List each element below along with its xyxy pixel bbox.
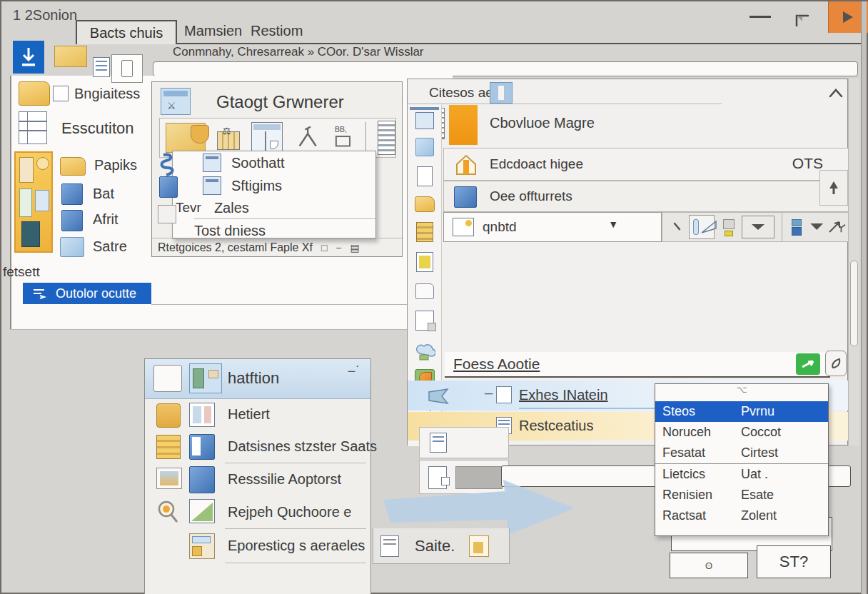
sidebar-item-satre[interactable]: Satre — [93, 238, 127, 255]
menu-item[interactable]: Fesatat Cirtest — [655, 443, 828, 463]
list-item[interactable]: Soothatt — [173, 151, 375, 174]
nav-item-label: Resssilie Aoptorst — [228, 471, 341, 488]
sidebar-item-afrit[interactable]: Afrit — [93, 211, 118, 228]
cloud-icon[interactable] — [414, 342, 435, 361]
menu-item-selected[interactable]: Steos Pvrnu — [655, 401, 828, 422]
scrollbar-thumb[interactable] — [850, 261, 858, 346]
combo-value: qnbtd — [483, 219, 517, 235]
list-item-label: Soothatt — [231, 155, 285, 171]
nav-item[interactable]: Eporesticg s aeraeles — [145, 529, 370, 563]
tab-restiom[interactable]: Restiom — [251, 23, 303, 39]
search-input[interactable]: Foess Aootie — [453, 356, 540, 373]
folder-icon[interactable] — [415, 196, 435, 212]
v-scrollbar[interactable] — [848, 79, 859, 446]
saite-label: Saite. — [415, 537, 455, 555]
tab-active[interactable]: Bacts chuis — [76, 20, 177, 44]
row-edcdoact[interactable]: Edcdoact higee OTS — [443, 148, 849, 181]
menu-item[interactable]: Ractsat Zolent — [655, 505, 828, 526]
grid-icon[interactable] — [415, 112, 434, 129]
row-oee[interactable]: Oee offturrets — [443, 181, 849, 212]
layout-icon[interactable] — [251, 122, 283, 153]
nav-item[interactable]: Resssilie Aoptorst — [145, 463, 370, 496]
tools-icon[interactable] — [294, 122, 321, 153]
folder-outline-icon[interactable] — [415, 283, 434, 299]
flask-button[interactable] — [689, 215, 715, 239]
sidebar-item-esscutiton[interactable]: Esscutiton — [61, 119, 134, 138]
pen-icon[interactable] — [672, 220, 682, 234]
stripes-icon[interactable] — [378, 121, 395, 155]
menu-cell: Lietcics — [655, 464, 734, 485]
menubar[interactable]: Conmnahy, Chresarreak » COor. D'sar Wiss… — [173, 45, 424, 59]
screen-icon[interactable] — [166, 123, 206, 153]
go-button[interactable] — [796, 353, 820, 375]
menu-table: Steos Pvrnu Noruceh Coccot Fesatat Cirte… — [655, 401, 828, 526]
combo-dropdown[interactable]: qnbtd ▼ — [443, 212, 662, 242]
collapse-dash-icon[interactable]: −˙ — [348, 363, 360, 380]
sidebar-selected-item[interactable]: Outolor ocutte — [23, 283, 151, 304]
jar-icon — [156, 403, 181, 428]
sidebar-item-bngiaitess[interactable]: Bngiaitess — [74, 86, 140, 102]
collapse-chevron-icon[interactable] — [827, 86, 844, 99]
main-panel-tab[interactable]: Citesos ae — [429, 85, 493, 101]
stp-button[interactable]: ST? — [757, 545, 831, 578]
menu-item[interactable]: Renisien Esate — [655, 485, 828, 505]
plug-icon[interactable] — [722, 218, 735, 236]
redo-arrow-icon[interactable] — [827, 219, 843, 235]
menu-item[interactable]: Lietcics Uat . — [655, 464, 828, 485]
doc-box-icon[interactable] — [415, 311, 434, 331]
note-icon[interactable] — [416, 252, 433, 272]
tab-label: Bacts chuis — [90, 25, 163, 41]
gadget-list: Soothatt Sftigims Tevr Zales Tost dniess — [172, 151, 376, 239]
big-chevron-icon[interactable] — [808, 221, 825, 233]
tab-mamsien[interactable]: Mamsien — [184, 23, 242, 39]
menu-resize-handle[interactable]: ⌥ — [655, 384, 828, 401]
page-icon[interactable] — [111, 54, 143, 83]
map-icon — [189, 363, 222, 393]
divider — [10, 329, 453, 330]
nav-header-title: hatftion — [228, 369, 279, 388]
cube-icon — [454, 186, 477, 208]
document-icon[interactable] — [417, 166, 433, 186]
nav-header[interactable]: hatftion −˙ — [145, 359, 370, 399]
sidebar-item-papiks[interactable]: Papiks — [94, 157, 137, 173]
printer-icon[interactable] — [789, 218, 801, 236]
checkbox[interactable] — [158, 205, 176, 223]
active-mini-tab[interactable] — [490, 82, 513, 104]
small-button[interactable]: ʘ — [670, 553, 748, 578]
minimize-button[interactable] — [750, 16, 771, 18]
sidebar-item-bat[interactable]: Bat — [93, 186, 114, 202]
table-icon — [19, 111, 47, 144]
nav-item[interactable]: Hetiert — [145, 399, 370, 432]
nav-item[interactable]: Rejpeh Quchoore e — [145, 496, 370, 529]
svg-text:BB,: BB, — [335, 125, 347, 134]
address-input[interactable] — [153, 61, 858, 76]
stamp-icon[interactable]: BB, — [333, 122, 354, 153]
sidebar-footer-label: fetsett — [3, 264, 40, 280]
flag-icon — [426, 386, 452, 406]
list-icon[interactable] — [93, 57, 110, 77]
shape-icon[interactable] — [415, 138, 434, 156]
row-cbovluoe[interactable]: Cbovluoe Magre — [490, 115, 595, 131]
chevron-button[interactable] — [742, 216, 774, 238]
cube-icon — [159, 176, 178, 198]
row-label: Oee offturrets — [490, 188, 572, 204]
cube-icon — [61, 210, 83, 231]
gadget-panel-title: Gtaogt Grwnerer — [216, 92, 344, 112]
application-window: 1 2Sonion Bacts chuis Mamsien Restiom Co… — [0, 0, 868, 594]
grid-icon — [203, 153, 221, 172]
leaf-button[interactable] — [825, 351, 847, 376]
statusbar-icons[interactable]: □ − ▤ — [321, 242, 363, 253]
nav-item[interactable]: Datsisnes stzster Saats — [145, 432, 370, 463]
restore-button[interactable] — [794, 11, 814, 29]
menu-cell: Coccot — [734, 422, 828, 443]
save-button[interactable] — [13, 41, 44, 74]
list-item[interactable]: Sftigims — [173, 174, 375, 197]
menu-item[interactable]: Noruceh Coccot — [655, 422, 828, 443]
checkbox-row[interactable]: Tevr Zales — [173, 197, 375, 218]
mail-icon[interactable] — [54, 46, 87, 67]
striped-icon[interactable] — [416, 222, 433, 242]
grid-table-icon[interactable]: ⚖ — [217, 126, 241, 150]
spinner-up-button[interactable] — [819, 170, 848, 206]
saite-bar[interactable]: Saite. — [373, 528, 510, 564]
doc-pair-icon — [189, 403, 215, 427]
